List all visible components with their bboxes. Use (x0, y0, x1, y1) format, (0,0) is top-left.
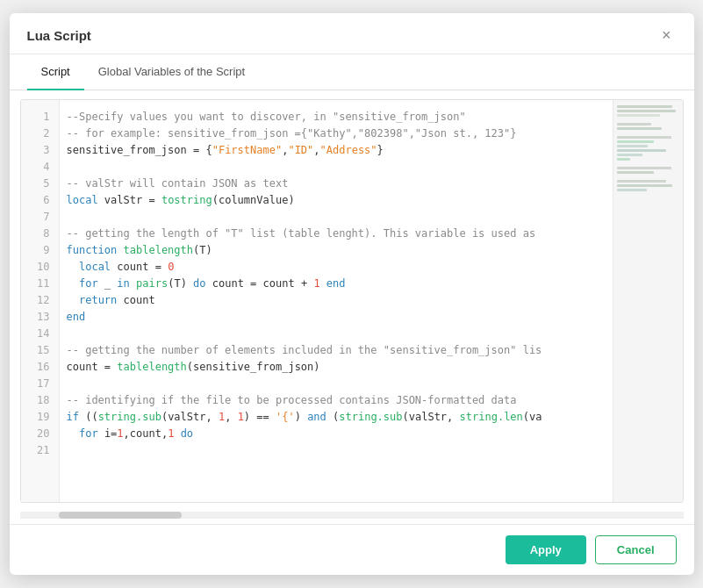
code-line: -- for example: sensitive_from_json ={"K… (60, 125, 613, 142)
code-line: for _ in pairs(T) do count = count + 1 e… (60, 276, 613, 292)
code-line: --Specify values you want to discover, i… (60, 109, 613, 125)
code-line: return count (60, 292, 613, 309)
code-line: count = tablelength(sensitive_from_json) (60, 359, 613, 376)
dialog-title: Lua Script (27, 28, 91, 43)
code-editor: 123456789101112131415161718192021 --Spec… (20, 99, 684, 503)
code-line: -- getting the number of elements includ… (60, 342, 613, 359)
code-line: local count = 0 (60, 259, 613, 276)
code-line: for i=1,count,1 do (60, 426, 613, 442)
close-button[interactable]: × (656, 25, 677, 45)
line-number: 6 (21, 192, 59, 209)
line-number: 13 (21, 309, 59, 326)
line-number: 8 (21, 226, 59, 242)
tab-script[interactable]: Script (27, 54, 84, 90)
tab-global-vars[interactable]: Global Variables of the Script (84, 54, 259, 90)
line-number: 11 (21, 276, 59, 292)
line-number: 1 (21, 109, 59, 125)
line-number: 5 (21, 176, 59, 192)
line-number: 2 (21, 125, 59, 142)
line-number: 15 (21, 342, 59, 359)
code-line: sensitive_from_json = {"FirstName","ID",… (60, 142, 613, 159)
code-line (60, 376, 613, 392)
line-number: 17 (21, 376, 59, 392)
code-line: if ((string.sub(valStr, 1, 1) == '{') an… (60, 409, 613, 426)
code-content[interactable]: --Specify values you want to discover, i… (60, 100, 613, 502)
minimap (613, 100, 683, 502)
line-number: 18 (21, 392, 59, 409)
lua-script-dialog: Lua Script × Script Global Variables of … (10, 13, 694, 575)
code-line (60, 209, 613, 226)
line-number: 19 (21, 409, 59, 426)
code-line: function tablelength(T) (60, 242, 613, 259)
line-number: 3 (21, 142, 59, 159)
line-number: 10 (21, 259, 59, 276)
code-line (60, 159, 613, 176)
apply-button[interactable]: Apply (506, 535, 586, 564)
scrollbar-thumb-x[interactable] (59, 512, 182, 519)
line-number: 12 (21, 292, 59, 309)
code-line: -- identifying if the file to be process… (60, 392, 613, 409)
line-number: 21 (21, 442, 59, 459)
line-number: 9 (21, 242, 59, 259)
tab-bar: Script Global Variables of the Script (10, 54, 694, 90)
code-line: local valStr = tostring(columnValue) (60, 192, 613, 209)
code-line: -- getting the length of "T" list (table… (60, 226, 613, 242)
dialog-header: Lua Script × (10, 13, 694, 54)
line-number: 16 (21, 359, 59, 376)
code-line: end (60, 309, 613, 326)
line-number: 7 (21, 209, 59, 226)
line-number: 14 (21, 326, 59, 342)
code-line (60, 442, 613, 459)
scrollbar-x[interactable] (20, 512, 684, 519)
code-line: -- valStr will contain JSON as text (60, 176, 613, 192)
dialog-footer: Apply Cancel (10, 524, 694, 575)
minimap-lines (613, 100, 683, 203)
code-line (60, 326, 613, 342)
line-numbers: 123456789101112131415161718192021 (21, 100, 60, 502)
line-number: 20 (21, 426, 59, 442)
cancel-button[interactable]: Cancel (595, 535, 677, 564)
line-number: 4 (21, 159, 59, 176)
